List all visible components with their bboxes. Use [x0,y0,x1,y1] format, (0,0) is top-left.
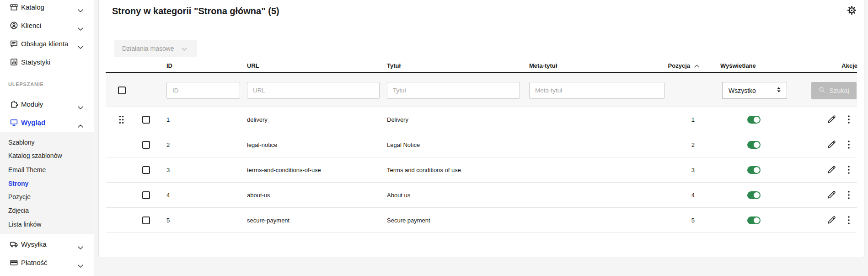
row-checkbox[interactable] [142,116,150,124]
row-menu-button[interactable] [843,140,854,150]
chevron-up-icon [78,121,83,125]
search-button[interactable]: Szukaj [811,82,857,99]
cell-title: About us [387,183,410,208]
bulk-actions-button[interactable]: Działania masowe [114,40,197,57]
kebab-menu-icon [847,169,850,176]
column-header-title: Tytuł [387,62,401,69]
select-all-checkbox[interactable] [118,87,126,94]
column-header-displayed: Wyświetlane [720,62,756,69]
filter-id-input[interactable] [166,82,240,99]
cell-position: 3 [603,157,695,183]
cell-title: Terms and conditions of use [387,157,461,183]
edit-button[interactable] [826,115,837,125]
truck-icon [10,240,18,249]
displayed-toggle[interactable] [747,116,761,124]
storefront-icon [10,3,18,11]
table-row: 3 terms-and-conditions-of-use Terms and … [106,157,857,183]
chevron-down-icon [78,24,83,28]
table-row: 2 legal-notice Legal Notice 2 [106,132,857,157]
sidebar-item-szablony[interactable]: Szablony [0,136,94,150]
row-checkbox[interactable] [142,216,150,224]
kebab-menu-icon [847,219,850,226]
sidebar-item-klienci[interactable]: Klienci [0,18,94,33]
pencil-icon [827,169,836,176]
displayed-toggle[interactable] [747,141,761,149]
chevron-down-icon [78,261,83,265]
sidebar-item-lista-linkow[interactable]: Lista linków [0,218,94,232]
sidebar-section-label: ULEPSZANIE [8,81,44,87]
sidebar: Katalog Klienci Obsługa klienta [0,0,94,276]
sidebar-item-label: Płatność [21,259,48,266]
chevron-down-icon [78,43,83,46]
row-checkbox[interactable] [142,166,150,174]
table-row: 5 secure-payment Secure payment 5 [106,208,857,233]
cell-position: 2 [603,132,695,157]
pencil-icon [827,119,836,125]
cell-id: 2 [166,132,170,157]
sidebar-item-label: Klienci [21,22,41,29]
sidebar-item-zdjecia[interactable]: Zdjęcia [0,204,94,218]
cell-id: 5 [166,208,170,233]
cell-title: Legal Notice [387,132,420,157]
sidebar-item-katalog-szablonow[interactable]: Katalog szablonów [0,149,94,163]
displayed-toggle[interactable] [747,191,761,199]
drag-handle-icon[interactable] [118,115,125,124]
sidebar-item-strony[interactable]: Strony [0,177,94,191]
sidebar-item-wysylka[interactable]: Wysyłka [0,237,94,252]
filter-meta-title-input[interactable] [529,82,664,99]
sidebar-item-email-theme[interactable]: Email Theme [0,163,94,177]
chevron-down-icon [182,45,187,52]
sidebar-item-label: Wygląd [21,119,45,126]
row-menu-button[interactable] [843,190,854,200]
edit-button[interactable] [826,216,837,226]
cell-position: 5 [603,208,695,233]
cell-url: about-us [247,183,270,208]
displayed-toggle[interactable] [747,216,761,224]
customer-icon [10,21,18,30]
sidebar-item-label: Katalog [21,3,44,11]
sidebar-item-label: Moduły [21,100,43,108]
chevron-down-icon [78,103,83,107]
column-header-url: URL [247,62,259,69]
displayed-toggle[interactable] [747,166,761,174]
pages-table: ID URL Tytuł Meta-tytuł Pozycja Wyświetl… [106,60,857,233]
cell-position: 1 [603,107,695,132]
filter-url-input[interactable] [247,82,380,99]
sidebar-item-label: Obsługa klienta [21,40,68,48]
filter-displayed-select[interactable]: Wszystko [722,82,787,99]
kebab-menu-icon [847,119,850,125]
kebab-menu-icon [847,194,850,201]
chevron-down-icon [78,243,83,247]
bar-chart-icon [10,58,18,66]
edit-button[interactable] [826,165,837,175]
sidebar-item-pozycje[interactable]: Pozycje [0,190,94,204]
settings-gear-button[interactable] [846,5,857,17]
row-menu-button[interactable] [843,216,854,226]
credit-card-icon [10,258,18,267]
edit-button[interactable] [826,190,837,200]
filter-title-input[interactable] [387,82,520,99]
sidebar-item-statystyki[interactable]: Statystyki [0,55,94,70]
column-header-meta-title: Meta-tytuł [529,62,557,69]
select-updown-icon [777,87,781,94]
page-title: Strony w kategorii "Strona główna" (5) [112,6,279,16]
sidebar-item-moduly[interactable]: Moduły [0,97,94,112]
row-checkbox[interactable] [142,141,150,149]
column-header-position[interactable]: Pozycja [608,62,699,69]
table-row: 1 delivery Delivery 1 [106,107,857,132]
row-menu-button[interactable] [843,165,854,175]
sidebar-item-obsluga-klienta[interactable]: Obsługa klienta [0,37,94,51]
sidebar-item-platnosc[interactable]: Płatność [0,255,94,270]
sidebar-item-katalog[interactable]: Katalog [0,0,94,15]
sidebar-item-wyglad[interactable]: Wygląd [0,115,94,130]
edit-button[interactable] [826,140,837,150]
column-header-id: ID [166,62,172,69]
row-menu-button[interactable] [843,115,854,125]
row-checkbox[interactable] [142,191,150,199]
kebab-menu-icon [847,144,850,151]
sort-asc-icon [694,62,699,65]
chat-bubble-icon [10,39,18,48]
cell-id: 1 [166,107,170,132]
cell-title: Secure payment [387,208,430,233]
wyglad-submenu: Szablony Katalog szablonów Email Theme S… [0,132,94,234]
